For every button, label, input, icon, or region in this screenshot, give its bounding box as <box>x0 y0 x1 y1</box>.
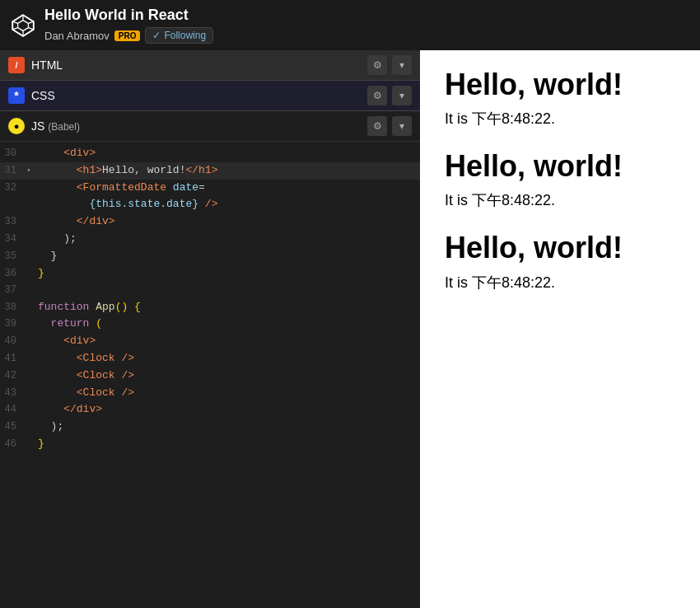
line-number: 37 <box>0 282 26 298</box>
css-gear-button[interactable]: ⚙ <box>367 86 387 105</box>
line-number: 32 <box>0 180 26 196</box>
line-number <box>0 196 26 197</box>
html-icon: / <box>8 57 25 73</box>
header: Hello World in React Dan Abramov PRO ✓ F… <box>0 0 700 50</box>
line-indicator <box>26 180 38 182</box>
line-number: 30 <box>0 145 26 161</box>
code-editor[interactable]: 30 <div>31• <h1>Hello, world!</h1>32 <Fo… <box>0 142 420 608</box>
line-number: 41 <box>0 350 26 367</box>
line-indicator <box>26 282 38 284</box>
preview-section-2: Hello, world!It is 下午8:48:22. <box>445 230 675 292</box>
code-line: 31• <h1>Hello, world!</h1> <box>0 162 420 180</box>
line-content: ); <box>38 419 420 436</box>
line-content: {this.state.date} /> <box>38 196 420 213</box>
line-number: 33 <box>0 213 26 230</box>
tab-css[interactable]: * CSS ⚙ ▾ <box>0 81 420 111</box>
line-indicator <box>26 436 38 438</box>
js-icon: ● <box>8 118 25 134</box>
tab-js-controls: ⚙ ▾ <box>367 116 412 136</box>
author-name: Dan Abramov <box>44 30 110 42</box>
preview-heading-0: Hello, world! <box>445 67 675 102</box>
line-content: <div> <box>38 333 420 350</box>
line-indicator <box>26 316 38 318</box>
line-content: } <box>38 265 420 283</box>
code-line: 43 <Clock /> <box>0 385 420 402</box>
line-indicator <box>26 248 38 250</box>
line-content: <h1>Hello, world!</h1> <box>38 162 420 180</box>
css-chevron-button[interactable]: ▾ <box>392 86 412 105</box>
line-number: 35 <box>0 248 26 264</box>
line-indicator <box>26 231 38 233</box>
tab-js-left: ● JS (Babel) <box>8 118 80 134</box>
code-line: 34 ); <box>0 231 420 248</box>
line-content: <div> <box>38 145 420 162</box>
line-indicator <box>26 401 38 404</box>
line-number: 42 <box>0 367 26 384</box>
code-line: 44 </div> <box>0 401 420 419</box>
line-indicator: • <box>26 162 38 178</box>
line-content: } <box>38 436 420 453</box>
line-number: 45 <box>0 419 26 435</box>
tab-js[interactable]: ● JS (Babel) ⚙ ▾ <box>0 111 420 142</box>
preview-para-2: It is 下午8:48:22. <box>445 273 675 292</box>
code-line: 46} <box>0 436 420 453</box>
line-content: } <box>38 248 420 265</box>
line-number: 34 <box>0 231 26 247</box>
line-content: </div> <box>38 213 420 231</box>
tabs-container: / HTML ⚙ ▾ * CSS ⚙ ▾ <box>0 50 420 142</box>
line-number: 40 <box>0 333 26 349</box>
tab-css-left: * CSS <box>8 87 55 104</box>
line-number: 38 <box>0 299 26 316</box>
line-number: 43 <box>0 385 26 401</box>
code-line: 40 <div> <box>0 333 420 350</box>
tab-js-label: JS (Babel) <box>31 119 80 133</box>
line-indicator <box>26 419 38 421</box>
code-line: 38function App() { <box>0 299 420 316</box>
tab-html[interactable]: / HTML ⚙ ▾ <box>0 50 420 81</box>
following-button[interactable]: ✓ Following <box>145 27 213 44</box>
line-content: ); <box>38 231 420 248</box>
header-meta: Dan Abramov PRO ✓ Following <box>44 27 213 44</box>
tab-html-left: / HTML <box>8 57 63 73</box>
preview-heading-1: Hello, world! <box>445 148 675 184</box>
code-line: 37 <box>0 282 420 298</box>
line-indicator <box>26 385 38 387</box>
html-chevron-button[interactable]: ▾ <box>392 55 412 75</box>
line-number: 46 <box>0 436 26 452</box>
code-line: 41 <Clock /> <box>0 350 420 367</box>
tab-js-sub: (Babel) <box>48 121 80 133</box>
line-content: </div> <box>38 401 420 419</box>
preview-section-1: Hello, world!It is 下午8:48:22. <box>445 148 675 210</box>
code-line: 36} <box>0 265 420 283</box>
line-number: 44 <box>0 401 26 418</box>
code-line: 39 return ( <box>0 316 420 333</box>
preview-heading-2: Hello, world! <box>445 230 675 265</box>
code-line: 33 </div> <box>0 213 420 231</box>
code-line: 45 ); <box>0 419 420 436</box>
line-content: return ( <box>38 316 420 333</box>
page-title: Hello World in React <box>44 7 213 24</box>
line-content: <FormattedDate date= <box>38 180 420 197</box>
line-indicator <box>26 145 38 147</box>
tab-css-label: CSS <box>31 89 55 102</box>
following-label: Following <box>164 30 206 41</box>
code-line: 35 } <box>0 248 420 265</box>
preview-panel: Hello, world!It is 下午8:48:22.Hello, worl… <box>420 50 700 608</box>
codepen-logo <box>10 12 36 39</box>
check-icon: ✓ <box>152 30 161 41</box>
tab-html-label: HTML <box>31 58 63 72</box>
code-line: 32 <FormattedDate date= <box>0 180 420 197</box>
line-content: <Clock /> <box>38 350 420 367</box>
line-indicator <box>26 333 38 335</box>
preview-para-0: It is 下午8:48:22. <box>445 109 675 129</box>
header-info: Hello World in React Dan Abramov PRO ✓ F… <box>44 7 213 44</box>
js-gear-button[interactable]: ⚙ <box>367 116 387 136</box>
js-chevron-button[interactable]: ▾ <box>392 116 412 136</box>
preview-para-1: It is 下午8:48:22. <box>445 190 675 210</box>
html-gear-button[interactable]: ⚙ <box>367 55 387 75</box>
main-content: / HTML ⚙ ▾ * CSS ⚙ ▾ <box>0 50 700 608</box>
tab-html-controls: ⚙ ▾ <box>367 55 412 75</box>
line-number: 39 <box>0 316 26 332</box>
line-content: <Clock /> <box>38 367 420 385</box>
line-number: 31 <box>0 162 26 179</box>
